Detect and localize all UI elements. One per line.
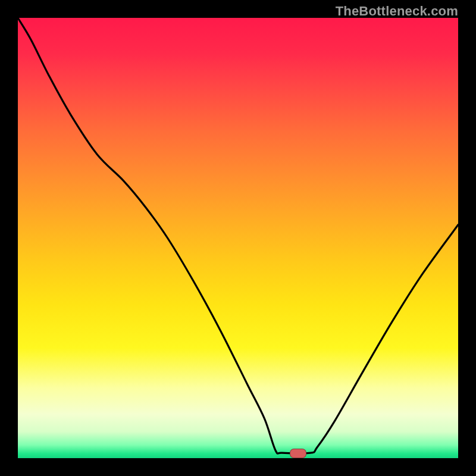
chart-container: TheBottleneck.com: [0, 0, 476, 476]
curve-svg: [18, 18, 458, 458]
optimum-marker: [290, 449, 306, 458]
bottleneck-curve: [18, 18, 458, 453]
plot-area: [18, 18, 458, 458]
watermark-text: TheBottleneck.com: [336, 4, 458, 19]
